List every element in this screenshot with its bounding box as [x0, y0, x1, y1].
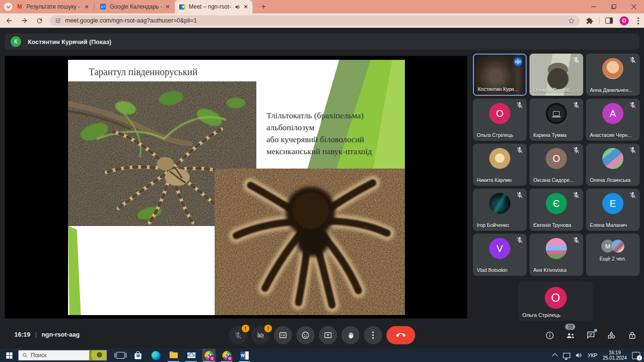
- windows-logo-icon: [6, 352, 12, 359]
- mic-off-icon: [573, 192, 580, 199]
- participant-tile[interactable]: Карина Тумма: [529, 99, 583, 141]
- present-button[interactable]: [319, 326, 337, 344]
- participant-avatar: О: [489, 103, 510, 124]
- reactions-button[interactable]: [297, 326, 315, 344]
- maximize-button[interactable]: [604, 0, 624, 13]
- participant-tile[interactable]: Анна Данильчен...: [586, 54, 640, 96]
- minimize-button[interactable]: [584, 0, 604, 13]
- toolbar-divider: [599, 17, 599, 24]
- participant-tile[interactable]: Аня Krivoviska: [529, 234, 583, 276]
- participant-tile[interactable]: VVlad Botsokin: [473, 234, 527, 276]
- reload-button[interactable]: [34, 14, 46, 27]
- participant-avatar: А: [602, 103, 623, 124]
- window-controls: [584, 0, 644, 13]
- taskbar-icons: O O: [114, 349, 251, 362]
- search-icon: [22, 352, 28, 358]
- participant-tile[interactable]: ЕЕлена Маланич: [586, 189, 640, 231]
- search-highlight-image[interactable]: [89, 351, 106, 360]
- clock[interactable]: 16:19 25.01.2024: [603, 350, 627, 361]
- back-button[interactable]: [3, 14, 15, 27]
- browser-tab-gmail[interactable]: M Результати пошуку - olhastrile: [12, 0, 93, 13]
- url-bar[interactable]: meet.google.com/ngn-rsot-aag?authuser=0&…: [50, 15, 580, 26]
- network-icon[interactable]: [563, 353, 570, 358]
- browser-tab-calendar[interactable]: 17 Google Календарь - сентябр: [96, 0, 174, 13]
- participant-avatar: V: [489, 238, 510, 259]
- tab-close-icon[interactable]: [84, 3, 89, 10]
- meeting-info-button[interactable]: [544, 330, 555, 340]
- participant-tile[interactable]: ААнастасия Черн...: [586, 99, 640, 141]
- mail-button[interactable]: [184, 349, 198, 362]
- participant-tile[interactable]: ООксана Сидоре...: [529, 144, 583, 186]
- mic-warning-badge: !: [242, 325, 250, 332]
- participant-tile[interactable]: ООльга Стрілець: [473, 99, 527, 141]
- self-tile[interactable]: О Ольга Стрілець: [518, 282, 593, 321]
- browser-tab-meet[interactable]: Meet – ngn-rsot-aag: [175, 0, 253, 13]
- call-right-controls: 18: [544, 330, 637, 340]
- people-count-badge: 18: [565, 324, 575, 330]
- call-info-divider: |: [35, 331, 36, 338]
- bookmark-star-icon[interactable]: [568, 17, 575, 24]
- notification-badge: 1: [637, 355, 642, 361]
- volume-icon[interactable]: [575, 352, 582, 358]
- taskbar-search[interactable]: Поиск: [18, 350, 107, 361]
- action-center-icon[interactable]: 1: [632, 352, 640, 359]
- laptop-icon: [553, 111, 560, 116]
- camera-button[interactable]: !: [252, 326, 270, 344]
- more-options-button[interactable]: [364, 326, 382, 344]
- people-button[interactable]: 18: [565, 330, 575, 340]
- end-call-button[interactable]: [387, 326, 415, 344]
- participant-tile[interactable]: Олена Лозинська: [586, 144, 640, 186]
- captions-button[interactable]: [274, 326, 292, 344]
- participant-tile[interactable]: Ігор Бойченко: [473, 189, 527, 231]
- self-name: Ольга Стрілець: [522, 312, 561, 318]
- host-controls-button[interactable]: [627, 330, 637, 340]
- captions-icon: [279, 331, 288, 339]
- participant-name: Євгенія Трунова: [533, 222, 571, 228]
- activities-button[interactable]: [606, 330, 617, 340]
- shapes-icon: [607, 330, 616, 340]
- tab-audio-icon[interactable]: [235, 4, 240, 10]
- chrome-button-active[interactable]: O: [202, 349, 216, 362]
- new-tab-button[interactable]: +: [259, 2, 268, 11]
- participant-tile[interactable]: Олексій Погреб...: [529, 54, 583, 96]
- mic-off-icon: [629, 57, 636, 64]
- word-button[interactable]: [238, 349, 251, 362]
- explorer-button[interactable]: [167, 349, 180, 362]
- participant-avatar: [546, 103, 567, 124]
- raise-hand-button[interactable]: [342, 326, 360, 344]
- participant-name: Костянтин Куря...: [478, 86, 518, 92]
- browser-menu-icon[interactable]: [632, 15, 644, 26]
- tab-close-icon[interactable]: [243, 3, 249, 10]
- participant-tile[interactable]: ЄЄвгенія Трунова: [529, 189, 583, 231]
- tab-search-button[interactable]: [4, 2, 12, 11]
- mic-button[interactable]: !: [229, 326, 247, 344]
- language-indicator[interactable]: УКР: [587, 352, 598, 358]
- edge-button[interactable]: [149, 349, 162, 362]
- chat-button[interactable]: [586, 330, 596, 340]
- participant-tile[interactable]: MЕщё 2 чел.: [586, 234, 640, 276]
- chrome-button-2[interactable]: O: [220, 349, 233, 362]
- extensions-icon[interactable]: [584, 15, 595, 26]
- url-text: meet.google.com/ngn-rsot-aag?authuser=0&…: [65, 17, 564, 24]
- participant-tile[interactable]: Костянтин Куря...: [473, 54, 527, 96]
- participant-name: Анна Данильчен...: [590, 87, 632, 93]
- forward-button[interactable]: [18, 14, 31, 27]
- close-button[interactable]: [624, 0, 644, 13]
- tray-expand-icon[interactable]: [552, 353, 558, 359]
- hand-icon: [346, 331, 355, 339]
- overflow-avatars: M: [601, 240, 624, 253]
- start-button[interactable]: [0, 349, 18, 362]
- tab-close-icon[interactable]: [165, 3, 170, 10]
- mic-off-icon: [573, 147, 580, 154]
- mic-off-icon: [516, 192, 523, 199]
- task-view-button[interactable]: [114, 349, 127, 362]
- site-settings-icon[interactable]: [55, 17, 61, 24]
- store-button[interactable]: [131, 349, 145, 362]
- lock-icon: [628, 331, 637, 340]
- side-panel-icon[interactable]: [603, 15, 615, 26]
- mic-off-icon: [629, 147, 636, 154]
- self-avatar: О: [545, 287, 567, 309]
- profile-avatar[interactable]: O: [620, 16, 629, 25]
- participant-tile[interactable]: Никита Карлин: [473, 144, 527, 186]
- system-tray: УКР 16:19 25.01.2024 1: [553, 350, 644, 361]
